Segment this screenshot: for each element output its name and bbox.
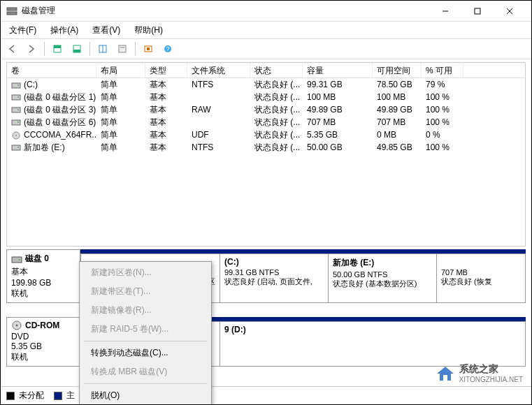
maximize-button[interactable] [461,1,494,22]
menu-view[interactable]: 查看(V) [89,23,123,38]
svg-rect-18 [12,83,20,88]
volume-row[interactable]: (磁盘 0 磁盘分区 3)简单基本RAW状态良好 (...49.89 GB49.… [7,103,525,116]
menu-offline[interactable]: 脱机(O) [81,386,210,405]
partition-707[interactable]: 707 MB 状态良好 (恢复 [437,253,526,303]
context-menu: 新建跨区卷(N)... 新建带区卷(T)... 新建镜像卷(R)... 新建 R… [79,261,212,405]
partition-e[interactable]: 新加卷 (E:) 50.00 GB NTFS 状态良好 (基本数据分区) [329,253,437,303]
watermark-url: XITONGZHIJIA.NET [459,376,524,383]
menu-help[interactable]: 帮助(H) [131,23,166,38]
svg-rect-12 [119,45,126,52]
volume-row[interactable]: (磁盘 0 磁盘分区 1)简单基本状态良好 (...100 MB100 MB10… [7,91,525,103]
volume-row[interactable]: (磁盘 0 磁盘分区 6)简单基本状态良好 (...707 MB707 MB10… [7,116,525,128]
cdrom-header[interactable]: CD-ROM DVD 5.35 GB 联机 [6,317,80,367]
cdrom-title: CD-ROM [25,321,59,330]
svg-rect-15 [147,47,150,50]
drive-icon [11,105,21,114]
menu-file[interactable]: 文件(F) [6,23,39,38]
cd-icon [11,131,21,140]
properties-button[interactable] [114,40,131,57]
menu-new-raid5: 新建 RAID-5 卷(W)... [81,320,210,339]
menu-new-striped: 新建带区卷(T)... [81,282,210,301]
svg-point-29 [17,147,19,148]
legend-swatch-unallocated [6,392,15,400]
cdrom-status: 联机 [11,351,76,363]
settings-button[interactable] [140,40,157,57]
svg-rect-0 [7,8,17,10]
house-icon [436,365,455,382]
menu-convert-mbr: 转换成 MBR 磁盘(V) [81,362,210,381]
legend-primary: 主 [66,390,75,402]
svg-point-25 [17,122,19,123]
svg-rect-3 [475,8,480,14]
cdrom-size: 5.35 GB [11,341,76,351]
view-bottom-button[interactable] [69,40,85,57]
col-volume[interactable]: 卷 [7,63,96,78]
menu-new-mirrored: 新建镜像卷(R)... [81,301,210,320]
col-layout[interactable]: 布局 [96,63,145,78]
svg-rect-20 [12,95,20,100]
col-capacity[interactable]: 容量 [303,63,373,78]
svg-rect-9 [73,50,80,52]
window-titlebar: 磁盘管理 [1,1,531,22]
svg-rect-22 [12,108,20,112]
disk-0-title: 磁盘 0 [25,253,49,265]
col-status[interactable]: 状态 [250,63,303,78]
svg-point-33 [16,325,18,327]
cdrom-icon [11,321,22,330]
svg-point-27 [15,135,17,136]
svg-rect-24 [12,120,20,125]
drive-icon [11,143,21,152]
close-button[interactable] [494,1,526,22]
svg-rect-28 [12,145,20,150]
svg-point-23 [17,109,19,110]
menu-new-spanned: 新建跨区卷(N)... [81,263,210,282]
col-free[interactable]: 可用空间 [373,63,422,78]
drive-icon [11,118,21,126]
svg-rect-34 [443,375,447,381]
partition-c[interactable]: (C:) 99.31 GB NTFS 状态良好 (启动, 页面文件, [220,253,329,303]
legend-unallocated: 未分配 [19,390,44,402]
menu-convert-dynamic[interactable]: 转换到动态磁盘(C)... [81,344,210,362]
forward-button[interactable] [23,40,40,57]
menu-action[interactable]: 操作(A) [48,23,81,38]
volume-list[interactable]: 卷 布局 类型 文件系统 状态 容量 可用空间 % 可用 (C:)简单基本NTF… [6,62,526,246]
menubar: 文件(F) 操作(A) 查看(V) 帮助(H) [1,22,531,38]
volume-list-header: 卷 布局 类型 文件系统 状态 容量 可用空间 % 可用 [7,63,525,78]
svg-point-21 [17,96,19,98]
col-type[interactable]: 类型 [145,63,187,78]
disk-0-header[interactable]: 磁盘 0 基本 199.98 GB 联机 [6,249,80,303]
disk-icon [11,254,22,264]
svg-rect-1 [7,12,17,15]
watermark: 系统之家 XITONGZHIJIA.NET [436,363,524,383]
volume-row[interactable]: CCCOMA_X64FR...简单基本UDF状态良好 (...5.35 GB0 … [7,128,525,141]
view-top-button[interactable] [49,40,66,57]
drive-icon [11,81,21,89]
volume-row[interactable]: 新加卷 (E:)简单基本NTFS状态良好 (...50.00 GB49.85 G… [7,141,525,154]
svg-point-31 [19,259,20,260]
svg-point-19 [17,84,19,86]
svg-rect-7 [54,45,61,48]
svg-text:?: ? [166,45,169,52]
volume-row[interactable]: (C:)简单基本NTFS状态良好 (...99.31 GB78.50 GB79 … [7,78,525,91]
partition-d[interactable]: 9 (D:) [220,321,526,367]
col-pctfree[interactable]: % 可用 [422,63,463,78]
disk-0-status: 联机 [11,288,76,300]
back-button[interactable] [3,40,20,57]
disk-mgmt-icon [6,6,17,17]
toolbar: ? [1,38,531,59]
minimize-button[interactable] [429,1,461,22]
watermark-name: 系统之家 [459,363,524,376]
refresh-button[interactable] [94,40,111,57]
disk-0-type: 基本 [11,266,76,278]
legend-swatch-primary [54,392,62,400]
disk-0-size: 199.98 GB [11,278,76,288]
drive-icon [11,93,21,101]
window-title: 磁盘管理 [22,5,429,17]
col-filesystem[interactable]: 文件系统 [187,63,250,78]
cdrom-type: DVD [11,332,76,341]
help-button[interactable]: ? [159,40,176,57]
